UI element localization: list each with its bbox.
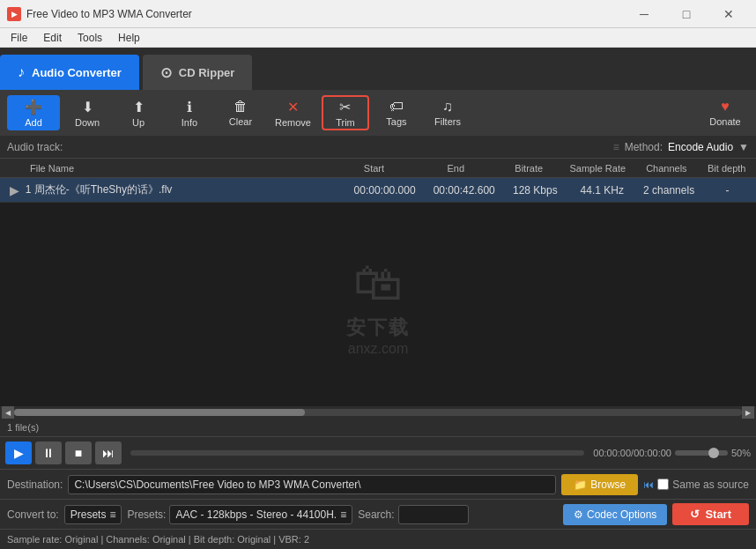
add-label: Add: [25, 117, 42, 128]
file-list-header: File Name Start End Bitrate Sample Rate …: [0, 159, 756, 178]
scrollbar-track[interactable]: [14, 409, 742, 416]
destination-label: Destination:: [7, 479, 63, 491]
play-button[interactable]: ▶: [5, 441, 32, 464]
watermark: 🛍 安下载 anxz.com: [346, 253, 410, 356]
menu-edit[interactable]: Edit: [36, 30, 69, 46]
start-label: Start: [705, 508, 731, 521]
col-header-channels: Channels: [632, 163, 700, 174]
col-header-filename: File Name: [4, 163, 331, 174]
up-button[interactable]: ⬆ Up: [115, 95, 162, 130]
volume-slider[interactable]: [675, 450, 728, 456]
clear-button[interactable]: 🗑 Clear: [217, 95, 264, 130]
transport-bar: ▶ ⏸ ■ ⏭ 00:00:00/00:00:00 50%: [0, 436, 756, 470]
tab-bar: ♪ Audio Converter ⊙ CD Ripper: [0, 48, 756, 90]
file-name-cell: 1 周杰伦-《听TheShy的话》.flv: [26, 182, 343, 197]
volume-percent: 50%: [731, 448, 751, 458]
file-list-area: ▶ 1 周杰伦-《听TheShy的话》.flv 00:00:00.000 00:…: [0, 178, 756, 406]
destination-bar: Destination: C:\Users\CS\Documents\Free …: [0, 470, 756, 500]
info-bottom-bar: Sample rate: Original | Channels: Origin…: [0, 530, 756, 549]
stop-button[interactable]: ■: [65, 441, 92, 464]
col-header-bitrate: Bitrate: [494, 163, 563, 174]
browse-button[interactable]: 📁 Browse: [561, 474, 638, 495]
remove-button[interactable]: ✕ Remove: [268, 95, 318, 130]
tags-button[interactable]: 🏷 Tags: [373, 95, 420, 130]
tab-audio-converter[interactable]: ♪ Audio Converter: [0, 55, 139, 90]
method-value: Encode Audio: [668, 141, 733, 153]
bottom-panel: Destination: C:\Users\CS\Documents\Free …: [0, 470, 756, 549]
add-icon: ➕: [25, 99, 42, 115]
up-label: Up: [132, 117, 145, 128]
convert-bar: Convert to: Presets ≡ Presets: AAC - 128…: [0, 500, 756, 530]
scroll-right-arrow[interactable]: ▶: [742, 406, 754, 419]
frame-button[interactable]: ⏭: [95, 441, 122, 464]
pause-button[interactable]: ⏸: [35, 441, 62, 464]
title-bar-left: ▶ Free Video to MP3 WMA Converter: [7, 7, 192, 21]
cd-ripper-icon: ⊙: [160, 64, 172, 81]
same-source-label: Same as source: [672, 479, 749, 491]
preset-menu-icon: ≡: [109, 508, 115, 521]
menu-file[interactable]: File: [4, 30, 34, 46]
info-button[interactable]: ℹ Info: [166, 95, 213, 130]
file-samplerate-cell: 44.1 KHz: [568, 184, 635, 197]
add-button[interactable]: ➕ Add: [7, 95, 60, 130]
tab-audio-converter-label: Audio Converter: [32, 66, 122, 79]
close-button[interactable]: ✕: [708, 4, 749, 25]
codec-label: Codec Options: [587, 508, 656, 521]
horizontal-scrollbar[interactable]: ◀ ▶: [0, 406, 756, 419]
maximize-button[interactable]: □: [666, 4, 707, 25]
file-bitdepth-cell: -: [702, 184, 752, 197]
search-area: Search:: [358, 505, 468, 524]
audio-track-label: Audio track:: [7, 141, 63, 153]
title-bar: ▶ Free Video to MP3 WMA Converter ─ □ ✕: [0, 0, 756, 28]
search-label: Search:: [358, 508, 394, 521]
transport-time: 00:00:00/00:00:00: [593, 448, 671, 458]
clear-label: Clear: [229, 116, 252, 127]
file-bitrate-cell: 128 Kbps: [501, 184, 568, 197]
destination-path[interactable]: C:\Users\CS\Documents\Free Video to MP3 …: [68, 475, 556, 494]
info-icon: ℹ: [187, 99, 192, 115]
search-input[interactable]: [398, 505, 469, 524]
down-icon: ⬇: [82, 99, 93, 115]
scrollbar-thumb[interactable]: [14, 409, 305, 416]
audio-converter-icon: ♪: [18, 64, 25, 80]
file-channels-cell: 2 channels: [635, 184, 702, 197]
presets-value-text: AAC - 128kbps - Stereo - 44100H.: [175, 508, 337, 521]
table-row[interactable]: ▶ 1 周杰伦-《听TheShy的话》.flv 00:00:00.000 00:…: [0, 178, 756, 203]
volume-thumb[interactable]: [708, 448, 719, 458]
same-source-checkbox[interactable]: [657, 479, 669, 490]
remove-label: Remove: [275, 117, 311, 128]
file-end-cell: 00:00:42.600: [426, 184, 501, 197]
tab-cd-ripper[interactable]: ⊙ CD Ripper: [143, 55, 253, 90]
minimize-button[interactable]: ─: [624, 4, 664, 25]
donate-button[interactable]: ♥ Donate: [701, 95, 749, 130]
tags-label: Tags: [386, 116, 406, 127]
menu-help[interactable]: Help: [111, 30, 147, 46]
presets-dropdown[interactable]: AAC - 128kbps - Stereo - 44100H. ≡: [169, 505, 352, 524]
col-header-bitdepth: Bit depth: [700, 163, 752, 174]
preset-dropdown[interactable]: Presets ≡: [64, 505, 122, 524]
scroll-left-arrow[interactable]: ◀: [2, 406, 14, 419]
preset-value: Presets: [70, 508, 107, 521]
window-controls: ─ □ ✕: [624, 4, 749, 25]
menu-tools[interactable]: Tools: [70, 30, 109, 46]
remove-icon: ✕: [287, 99, 299, 115]
convert-to-label: Convert to:: [7, 508, 59, 521]
progress-bar[interactable]: [130, 450, 584, 456]
tab-cd-ripper-label: CD Ripper: [179, 66, 235, 79]
file-count: 1 file(s): [7, 422, 39, 433]
codec-options-button[interactable]: ⚙ Codec Options: [563, 504, 667, 525]
down-button[interactable]: ⬇ Down: [63, 95, 111, 130]
trim-button[interactable]: ✂ Trim: [322, 95, 369, 130]
start-button[interactable]: ↺ Start: [672, 503, 749, 525]
col-header-end: End: [417, 163, 494, 174]
method-label: Method:: [625, 141, 663, 153]
trim-label: Trim: [336, 117, 355, 128]
method-area: ≡ Method: Encode Audio ▼: [613, 141, 749, 153]
browse-label: Browse: [590, 479, 626, 491]
down-label: Down: [75, 117, 100, 128]
filters-button[interactable]: ♫ Filters: [424, 95, 471, 130]
filters-label: Filters: [434, 116, 461, 127]
info-label: Info: [182, 117, 197, 128]
file-icon: ▶: [4, 183, 26, 197]
volume-area: 50%: [675, 448, 751, 458]
